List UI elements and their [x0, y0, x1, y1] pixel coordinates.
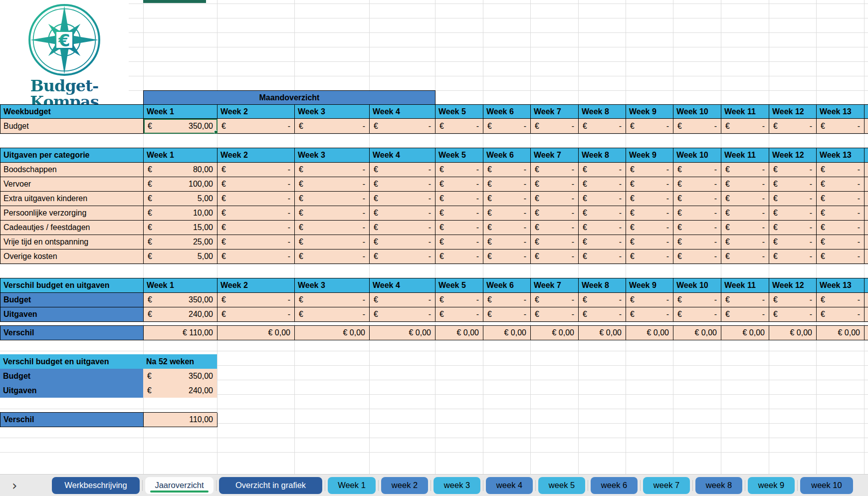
category-week-cell[interactable]: €-	[295, 177, 370, 192]
verschil-week-cell[interactable]: € 0,00	[626, 326, 673, 340]
category-week-cell[interactable]: €-	[626, 177, 673, 192]
week-header-cell[interactable]: Week 2	[217, 105, 295, 119]
category-week-cell[interactable]: €-	[295, 206, 370, 221]
difference-budget-week-cell[interactable]: €-	[579, 293, 626, 307]
category-week-cell[interactable]: €-	[579, 221, 626, 235]
week-header-cell[interactable]: Week 2	[217, 278, 295, 293]
week-header-cell[interactable]: Week 13	[817, 105, 865, 119]
week-header-cell[interactable]: Week 2	[217, 148, 295, 163]
verschil-week1-cell[interactable]: € 110,00	[144, 326, 217, 340]
category-week-cell[interactable]: €-	[673, 163, 721, 177]
difference-uitgaven-week-cell[interactable]: €-	[673, 307, 721, 322]
week-header-cell[interactable]: Week 4	[370, 105, 435, 119]
week-header-cell[interactable]: Week 3	[295, 105, 370, 119]
difference-budget-week-cell[interactable]: €-	[769, 293, 817, 307]
category-week-cell[interactable]: €-	[370, 206, 435, 221]
overflow-cell[interactable]: €	[865, 307, 868, 322]
week-header-cell[interactable]: Week 10	[673, 278, 721, 293]
category-week-cell[interactable]: €-	[579, 249, 626, 264]
week-header-cell[interactable]: Week 11	[721, 105, 769, 119]
week-header-cell[interactable]: Week 13	[817, 148, 865, 163]
overflow-header-cell[interactable]	[865, 148, 868, 163]
category-week-cell[interactable]: €-	[435, 163, 483, 177]
difference-uitgaven-week-cell[interactable]: €-	[435, 307, 483, 322]
category-week1-cell[interactable]: €15,00	[144, 221, 217, 235]
category-week1-cell[interactable]: €80,00	[144, 163, 217, 177]
category-week-cell[interactable]: €-	[483, 206, 531, 221]
category-week-cell[interactable]: €-	[435, 235, 483, 249]
difference-uitgaven-week-cell[interactable]: €-	[531, 307, 579, 322]
category-week-cell[interactable]: €-	[626, 221, 673, 235]
category-week-cell[interactable]: €-	[673, 192, 721, 206]
tab-week-9[interactable]: week 9	[748, 477, 795, 494]
category-week-cell[interactable]: €-	[721, 235, 769, 249]
category-week-cell[interactable]: €-	[673, 206, 721, 221]
difference-uitgaven-week-cell[interactable]: €-	[769, 307, 817, 322]
category-week-cell[interactable]: €-	[817, 206, 865, 221]
tab-scroll-right-icon[interactable]: ›	[12, 479, 23, 492]
week-header-cell[interactable]: Week 10	[673, 148, 721, 163]
category-label[interactable]: Persoonlijke verzorging	[0, 206, 144, 221]
category-week-cell[interactable]: €-	[673, 235, 721, 249]
overflow-cell[interactable]: €	[865, 119, 868, 134]
overflow-cell[interactable]: €	[865, 221, 868, 235]
budget-week-cell[interactable]: €-	[483, 119, 531, 134]
category-week-cell[interactable]: €-	[579, 206, 626, 221]
categories-header-cell[interactable]: Uitgaven per categorie	[0, 148, 144, 163]
week-header-cell[interactable]: Week 10	[673, 105, 721, 119]
category-week-cell[interactable]: €-	[531, 221, 579, 235]
tab-week-2[interactable]: week 2	[381, 477, 428, 494]
category-week-cell[interactable]: €-	[769, 206, 817, 221]
yearly-uitgaven-label[interactable]: Uitgaven	[0, 383, 143, 398]
category-week-cell[interactable]: €-	[370, 163, 435, 177]
difference-uitgaven-week-cell[interactable]: €-	[817, 307, 865, 322]
week-header-cell[interactable]: Week 12	[769, 105, 817, 119]
category-week-cell[interactable]: €-	[483, 249, 531, 264]
category-week-cell[interactable]: €-	[435, 206, 483, 221]
category-week-cell[interactable]: €-	[626, 163, 673, 177]
category-week-cell[interactable]: €-	[673, 221, 721, 235]
category-week-cell[interactable]: €-	[817, 235, 865, 249]
verschil-week-cell[interactable]: € 0,00	[483, 326, 531, 340]
budget-row-label[interactable]: Budget	[0, 119, 144, 134]
category-week-cell[interactable]: €-	[483, 177, 531, 192]
category-week-cell[interactable]: €-	[217, 163, 295, 177]
tab-week-1[interactable]: Week 1	[328, 477, 376, 494]
week-header-cell[interactable]: Week 6	[483, 148, 531, 163]
budget-week-cell[interactable]: €-	[769, 119, 817, 134]
category-week-cell[interactable]: €-	[295, 192, 370, 206]
selection-fill-handle[interactable]	[214, 130, 217, 134]
category-label[interactable]: Vervoer	[0, 177, 144, 192]
category-week-cell[interactable]: €-	[370, 235, 435, 249]
category-week-cell[interactable]: €-	[626, 192, 673, 206]
overflow-cell[interactable]: €	[865, 177, 868, 192]
week-header-cell[interactable]: Week 12	[769, 278, 817, 293]
budget-week1-cell[interactable]: €350,00	[144, 119, 217, 134]
tab-week-3[interactable]: week 3	[434, 477, 480, 494]
tab-week-7[interactable]: week 7	[643, 477, 690, 494]
weekbudget-header-cell[interactable]: Weekbudget	[0, 105, 144, 119]
category-week1-cell[interactable]: €100,00	[144, 177, 217, 192]
category-week-cell[interactable]: €-	[295, 221, 370, 235]
difference-budget-week1[interactable]: €350,00	[144, 293, 217, 307]
category-week-cell[interactable]: €-	[435, 249, 483, 264]
yearly-budget-value[interactable]: €350,00	[143, 369, 217, 383]
week-header-cell[interactable]: Week 11	[721, 278, 769, 293]
verschil-label[interactable]: Verschil	[0, 326, 144, 340]
budget-week-cell[interactable]: €-	[817, 119, 865, 134]
week-header-cell[interactable]: Week 1	[144, 148, 217, 163]
difference-budget-week-cell[interactable]: €-	[217, 293, 295, 307]
difference-budget-week-cell[interactable]: €-	[531, 293, 579, 307]
verschil-week-cell[interactable]: € 0,00	[579, 326, 626, 340]
yearly-verschil-value[interactable]: 110,00	[144, 413, 217, 427]
budget-week-cell[interactable]: €-	[217, 119, 295, 134]
week-header-cell[interactable]: Week 6	[483, 105, 531, 119]
verschil-week-cell[interactable]: € 0,00	[721, 326, 769, 340]
category-week-cell[interactable]: €-	[721, 163, 769, 177]
category-label[interactable]: Extra uitgaven kinderen	[0, 192, 144, 206]
category-week1-cell[interactable]: €5,00	[144, 249, 217, 264]
week-header-cell[interactable]: Week 7	[531, 105, 579, 119]
category-week-cell[interactable]: €-	[721, 206, 769, 221]
category-week-cell[interactable]: €-	[673, 249, 721, 264]
week-header-cell[interactable]: Week 12	[769, 148, 817, 163]
